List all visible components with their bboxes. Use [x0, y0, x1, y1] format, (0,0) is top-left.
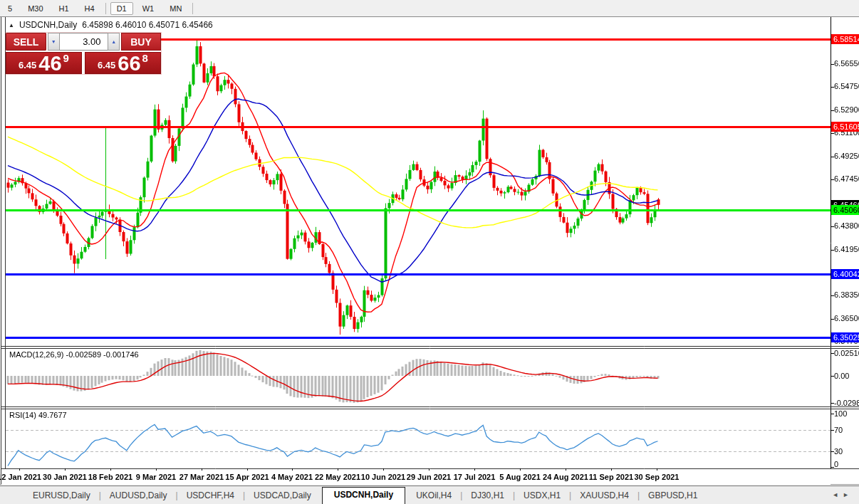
price-axis-tick: 6.47450: [834, 174, 859, 183]
tab-scroll-right-icon[interactable]: ►: [843, 491, 853, 498]
timeframe-toolbar: 5M30H1H4D1W1MN: [0, 0, 859, 17]
macd-axis-tick: 0.00: [834, 372, 849, 380]
price-badge: 6.58514: [831, 34, 859, 44]
chart-title: ▲ USDCNH,Daily 6.45898 6.46010 6.45071 6…: [9, 20, 213, 30]
toolbar-separator: [192, 3, 193, 14]
price-axis-tick: 6.36500: [834, 314, 859, 322]
sell-price-big: 46: [38, 54, 61, 73]
price-badge: 6.35025: [831, 332, 859, 342]
sell-price-sup: 9: [63, 52, 69, 64]
chart-tab-audusd[interactable]: AUDUSD,Daily: [101, 490, 176, 500]
timeframe-button-h1[interactable]: H1: [53, 2, 76, 15]
date-axis-label: 9 Mar 2021: [136, 473, 176, 481]
date-axis-label: 30 Jan 2021: [43, 473, 87, 481]
price-axis-tick: 6.49250: [834, 152, 859, 160]
chevron-up-icon: ▲: [111, 39, 116, 44]
price-badge: 6.45060: [831, 205, 859, 215]
date-axis-label: 27 Mar 2021: [179, 473, 224, 481]
price-axis-tick: 6.54750: [834, 82, 859, 90]
timeframe-button-d1[interactable]: D1: [110, 2, 133, 15]
date-axis-label: 15 Apr 2021: [225, 473, 269, 481]
price-axis-tick: 6.56550: [834, 59, 859, 68]
date-axis-label: 18 Feb 2021: [88, 473, 132, 481]
date-axis-label: 5 Aug 2021: [499, 473, 541, 481]
buy-price-prefix: 6.45: [98, 60, 115, 70]
chart-tab-usdchf[interactable]: USDCHF,H4: [178, 490, 243, 500]
chart-tab-usdx[interactable]: USDX,H1: [515, 490, 569, 500]
volume-increase-button[interactable]: ▲: [108, 33, 119, 51]
chevron-down-icon: ▼: [51, 39, 56, 44]
rsi-axis-tick: 70: [834, 426, 843, 434]
chart-tab-gbpusd[interactable]: GBPUSD,H1: [640, 490, 706, 500]
trade-panel: SELL ▼ 3.00 ▲ BUY 6.45 46 9 6.45 66 8: [6, 33, 161, 74]
chart-tab-dj30[interactable]: DJ30,H1: [462, 490, 513, 500]
volume-decrease-button[interactable]: ▼: [48, 33, 59, 51]
date-axis-label: 24 Aug 2021: [543, 473, 588, 481]
date-axis-label: 22 May 2021: [315, 473, 360, 481]
date-axis-label: 29 Jun 2021: [407, 473, 451, 481]
chart-tab-bar: EURUSD,Daily|AUDUSD,Daily|USDCHF,H4|USDC…: [0, 485, 859, 504]
rsi-axis-tick: 30: [834, 447, 843, 456]
sell-price-box[interactable]: 6.45 46 9: [6, 52, 82, 74]
rsi-indicator-label: RSI(14) 49.7677: [9, 411, 67, 419]
price-badge: 6.40042: [831, 269, 859, 279]
buy-price-big: 66: [118, 54, 140, 73]
chart-tab-usdcnh[interactable]: USDCNH,Daily: [322, 487, 405, 504]
price-axis-tick: 6.43800: [834, 221, 859, 230]
date-axis-label: 11 Sep 2021: [589, 473, 633, 481]
price-badge: 6.51605: [831, 122, 859, 132]
macd-axis-tick: -0.02988: [834, 399, 859, 407]
rsi-axis-tick: 100: [834, 409, 847, 418]
timeframe-button-w1[interactable]: W1: [136, 2, 161, 15]
timeframe-button-m30[interactable]: M30: [21, 2, 49, 15]
chart-canvas[interactable]: [0, 0, 859, 504]
date-axis-label: 10 Jun 2021: [361, 473, 405, 481]
collapse-chart-icon[interactable]: ▲: [9, 22, 14, 28]
trading-app-window: 5M30H1H4D1W1MN ▲ USDCNH,Daily 6.45898 6.…: [0, 0, 859, 504]
macd-axis-tick: 0.025108: [834, 349, 859, 357]
macd-indicator-label: MACD(12,26,9) -0.002589 -0.001746: [9, 350, 139, 359]
date-axis-label: 4 May 2021: [271, 473, 313, 481]
chart-tab-xauusd[interactable]: XAUUSD,H4: [571, 490, 637, 500]
price-axis-tick: 6.38350: [834, 290, 859, 299]
price-axis-tick: 6.41950: [834, 245, 859, 253]
rsi-axis-tick: 0: [834, 460, 838, 468]
timeframe-button-5[interactable]: 5: [1, 2, 19, 15]
toolbar-separator: [105, 3, 106, 14]
chart-tab-eurusd[interactable]: EURUSD,Daily: [24, 490, 99, 500]
price-axis-tick: 6.52900: [834, 105, 859, 114]
buy-price-box[interactable]: 6.45 66 8: [85, 52, 161, 74]
volume-input[interactable]: 3.00: [60, 33, 108, 51]
date-axis-label: 30 Sep 2021: [635, 473, 680, 481]
sell-button[interactable]: SELL: [6, 33, 46, 51]
sell-price-prefix: 6.45: [19, 60, 36, 70]
tab-scroll-left-icon[interactable]: ◄: [832, 491, 843, 498]
chart-tab-ukoil[interactable]: UKOil,H4: [407, 490, 460, 500]
chart-ohlc-values: 6.45898 6.46010 6.45071 6.45466: [82, 20, 213, 30]
timeframe-button-mn[interactable]: MN: [163, 2, 188, 15]
tab-scroll-arrows: ◄►: [832, 491, 853, 498]
buy-button[interactable]: BUY: [121, 33, 161, 51]
timeframe-button-h4[interactable]: H4: [78, 2, 101, 15]
date-axis-label: 12 Jan 2021: [0, 473, 41, 481]
chart-tab-usdcad[interactable]: USDCAD,Daily: [245, 490, 320, 500]
buy-price-sup: 8: [142, 52, 148, 64]
chart-symbol-label: USDCNH,Daily: [19, 20, 77, 30]
date-axis-label: 17 Jul 2021: [454, 473, 496, 481]
